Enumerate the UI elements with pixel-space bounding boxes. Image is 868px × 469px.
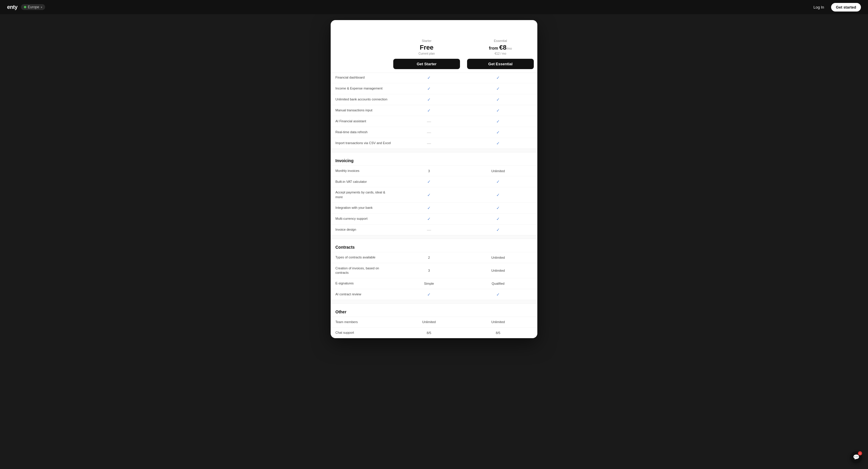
- get-started-button[interactable]: Get started: [831, 3, 861, 11]
- feature-name: Integration with your bank: [335, 206, 395, 210]
- section-other: OtherTeam membersUnlimitedUnlimitedChat …: [331, 303, 537, 338]
- check-icon: ✓: [496, 216, 500, 221]
- region-selector[interactable]: Europe ▾: [21, 4, 45, 10]
- feature-name: Creation of invoices, based on contracts: [335, 266, 395, 275]
- starter-tier-label: Starter: [395, 39, 459, 42]
- check-icon: ✓: [496, 292, 500, 297]
- feature-name: AI contract review: [335, 292, 395, 296]
- get-essential-button[interactable]: Get Essential: [467, 59, 534, 69]
- feature-name: Invoice design: [335, 227, 395, 232]
- dash-icon: —: [427, 119, 431, 124]
- chevron-down-icon: ▾: [41, 6, 42, 9]
- section-title-3: Other: [335, 310, 395, 314]
- feature-starter-value: ✓: [395, 179, 464, 184]
- feature-name: Team members: [335, 320, 395, 324]
- feature-row: Accept payments by cards, ideal & more✓✓: [331, 187, 537, 202]
- feature-name: Accept payments by cards, ideal & more: [335, 190, 395, 199]
- check-icon: ✓: [496, 141, 500, 146]
- check-icon: ✓: [427, 97, 431, 102]
- feature-row: Income & Expense management✓✓: [331, 83, 537, 94]
- feature-essential-value: 8/5: [464, 331, 533, 334]
- section-header-1: Invoicing: [331, 152, 537, 166]
- feature-essential-value: Unlimited: [464, 169, 533, 173]
- topnav-right: Log In Get started: [810, 3, 861, 11]
- feature-essential-value: ✓: [464, 108, 533, 113]
- section-contracts: ContractsTypes of contracts available2Un…: [331, 239, 537, 300]
- pricing-body: FinancesFinancial dashboard✓✓Income & Ex…: [331, 59, 537, 338]
- feature-starter-value: 3: [395, 169, 464, 173]
- feature-name: Income & Expense management: [335, 86, 395, 91]
- check-icon: ✓: [496, 86, 500, 91]
- feature-name: Built-in VAT calculator: [335, 180, 395, 184]
- check-icon: ✓: [496, 179, 500, 184]
- feature-starter-value: 3: [395, 269, 464, 272]
- section-divider: [331, 149, 537, 152]
- chat-support-button[interactable]: 💬 1: [850, 451, 862, 463]
- price-period: /mo: [507, 47, 512, 50]
- section-invoicing: InvoicingMonthly invoices3UnlimitedBuilt…: [331, 152, 537, 235]
- essential-tier-label: Essential: [468, 39, 533, 42]
- pricing-header: Starter Free Current plan Essential from…: [331, 34, 537, 73]
- feature-essential-value: Qualified: [464, 282, 533, 285]
- feature-essential-value: ✓: [464, 227, 533, 232]
- topnav-left: enty Europe ▾: [7, 4, 45, 10]
- feature-essential-value: ✓: [464, 216, 533, 221]
- top-navigation: enty Europe ▾ Log In Get started: [0, 0, 868, 14]
- check-icon: ✓: [496, 97, 500, 102]
- feature-essential-value: ✓: [464, 179, 533, 184]
- value-text: Unlimited: [491, 256, 505, 259]
- feature-name: Multi-currency support: [335, 216, 395, 221]
- value-text: 8/5: [496, 331, 500, 334]
- feature-row: Built-in VAT calculator✓✓: [331, 176, 537, 187]
- plan-buttons-row: Get Starter Get Essential: [331, 59, 537, 72]
- get-starter-button[interactable]: Get Starter: [393, 59, 460, 69]
- essential-price-subtext: €12 / mo: [468, 52, 533, 55]
- value-text: Unlimited: [491, 169, 505, 173]
- value-text: Simple: [424, 282, 434, 285]
- login-button[interactable]: Log In: [810, 3, 828, 11]
- feature-essential-value: ✓: [464, 292, 533, 297]
- feature-row: Unlimited bank accounts connection✓✓: [331, 94, 537, 105]
- feature-row: Multi-currency support✓✓: [331, 213, 537, 224]
- feature-essential-value: ✓: [464, 97, 533, 102]
- feature-starter-value: ✓: [395, 292, 464, 297]
- starter-current-label: Current plan: [395, 52, 459, 55]
- essential-plan-price: from €8/mo: [468, 44, 533, 51]
- check-icon: ✓: [496, 227, 500, 232]
- feature-row: Import transactions via CSV and Excel—✓: [331, 138, 537, 149]
- feature-name: Monthly invoices: [335, 169, 395, 173]
- feature-name: Real-time data refresh: [335, 130, 395, 135]
- value-text: 2: [428, 256, 430, 259]
- feature-starter-value: 8/5: [395, 331, 464, 334]
- feature-row: Monthly invoices3Unlimited: [331, 166, 537, 176]
- feature-row: Manual transactions input✓✓: [331, 105, 537, 116]
- check-icon: ✓: [427, 86, 431, 91]
- value-text: 3: [428, 169, 430, 173]
- feature-starter-value: —: [395, 227, 464, 232]
- section-header-2: Contracts: [331, 239, 537, 252]
- feature-name: AI Financial assistant: [335, 119, 395, 123]
- check-icon: ✓: [496, 206, 500, 210]
- feature-starter-value: —: [395, 119, 464, 124]
- dash-icon: —: [427, 227, 431, 232]
- check-icon: ✓: [427, 206, 431, 210]
- plans-row: Starter Free Current plan Essential from…: [331, 34, 537, 59]
- feature-starter-value: ✓: [395, 86, 464, 91]
- feature-row: Creation of invoices, based on contracts…: [331, 263, 537, 278]
- feature-essential-value: ✓: [464, 119, 533, 124]
- check-icon: ✓: [496, 193, 500, 197]
- feature-row: AI contract review✓✓: [331, 289, 537, 300]
- starter-plan-name: Free: [395, 44, 459, 51]
- feature-row: Team membersUnlimitedUnlimited: [331, 317, 537, 327]
- feature-name: Chat support: [335, 330, 395, 335]
- feature-starter-value: ✓: [395, 193, 464, 197]
- feature-starter-value: Simple: [395, 282, 464, 285]
- region-status-dot: [24, 6, 26, 8]
- feature-row: Integration with your bank✓✓: [331, 202, 537, 213]
- feature-essential-value: ✓: [464, 130, 533, 135]
- section-header-3: Other: [331, 303, 537, 317]
- value-text: 3: [428, 269, 430, 272]
- feature-essential-value: ✓: [464, 75, 533, 80]
- check-icon: ✓: [427, 108, 431, 113]
- feature-essential-value: Unlimited: [464, 256, 533, 259]
